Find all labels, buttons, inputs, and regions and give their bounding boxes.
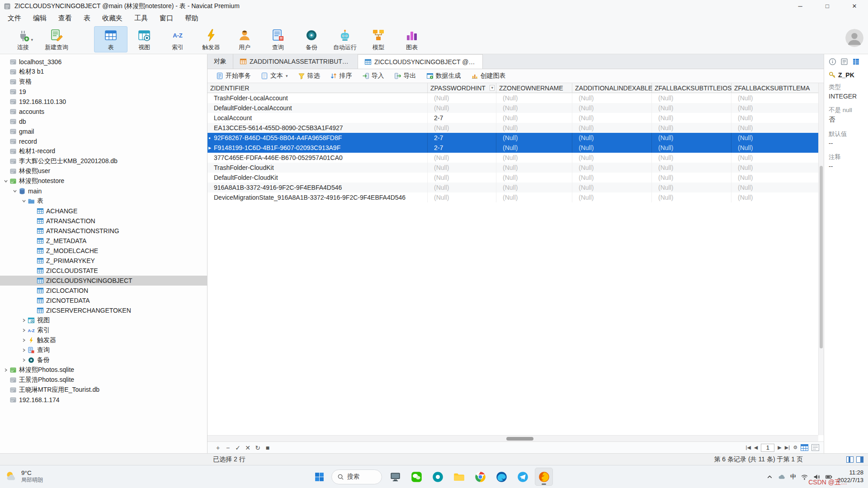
cell[interactable]: (Null) (496, 103, 572, 113)
chevron-right-icon[interactable] (21, 357, 27, 363)
maximize-button[interactable]: □ (814, 0, 841, 12)
grid-panel-icon[interactable] (852, 58, 860, 66)
table-row[interactable]: DefaultFolder-CloudKit(Null)(Null)(Null)… (208, 173, 824, 183)
table-row[interactable]: EA13CCE5-5614-455D-8090-2C5B3A1F4927(Nul… (208, 123, 824, 133)
cell[interactable]: (Null) (572, 123, 652, 133)
cell[interactable]: (Null) (731, 123, 824, 133)
cell[interactable]: (Null) (496, 192, 572, 202)
menu-view[interactable]: 查看 (52, 12, 78, 24)
cell[interactable]: (Null) (496, 133, 572, 143)
cell[interactable]: (Null) (731, 163, 824, 173)
chevron-down-icon[interactable] (12, 188, 18, 194)
gridtoolbar-import-button[interactable]: 导入 (358, 70, 388, 81)
refresh-button[interactable]: ↻ (253, 444, 263, 451)
toolbar-new-query-button[interactable]: 新建查询 (40, 26, 73, 52)
user-avatar[interactable] (845, 29, 863, 47)
cell[interactable]: (Null) (572, 103, 652, 113)
cell[interactable]: DefaultFolder-CloudKit (208, 173, 428, 183)
cell[interactable]: (Null) (731, 143, 824, 153)
chrome-icon[interactable] (471, 468, 489, 486)
tree-item-ZICCLOUDSTATE[interactable]: ZICCLOUDSTATE (0, 266, 207, 276)
cell[interactable]: (Null) (428, 153, 496, 163)
tree-item-localhost_3306[interactable]: localhost_3306 (0, 57, 207, 67)
settings-gear-icon[interactable]: ⚙ (793, 445, 797, 450)
cell[interactable]: (Null) (572, 173, 652, 183)
chevron-right-icon[interactable] (21, 327, 27, 333)
horizontal-scrollbar-thumb[interactable] (506, 437, 533, 441)
cell[interactable]: 2-7 (428, 143, 496, 153)
apply-changes-button[interactable]: ✓ (233, 444, 243, 451)
cell[interactable]: 916A8A1B-3372-4916-9F2C-9F4EBFA4D546 (208, 183, 428, 192)
toolbar-tables-button[interactable]: 表 (94, 26, 127, 52)
cell[interactable]: (Null) (496, 183, 572, 192)
chevron-up-icon[interactable] (766, 473, 774, 481)
chevron-down-icon[interactable] (3, 178, 9, 184)
menu-help[interactable]: 帮助 (179, 12, 204, 24)
cell[interactable]: DefaultFolder-LocalAccount (208, 103, 428, 113)
cell[interactable]: 377C465E-FDFA-446E-B670-052957A01CA0 (208, 153, 428, 163)
tree-item-main[interactable]: main (0, 186, 207, 196)
cell[interactable]: (Null) (652, 192, 731, 202)
folder-icon[interactable] (450, 468, 468, 486)
tree-item-触发器[interactable]: 触发器 (0, 335, 207, 345)
toolbar-query-button[interactable]: 查询 (261, 26, 295, 52)
column-header-ZFALLBACKSUBTITLEMA[interactable]: ZFALLBACKSUBTITLEMA (731, 83, 824, 93)
cell[interactable]: (Null) (731, 113, 824, 123)
cell[interactable]: (Null) (428, 93, 496, 103)
tree-item-ZICCLOUDSYNCINGOBJECT[interactable]: ZICCLOUDSYNCINGOBJECT (0, 276, 207, 286)
cell[interactable]: TrashFolder-CloudKit (208, 163, 428, 173)
tab-zadditionalassetattributes[interactable]: ZADDITIONALASSETATTRIBUTES! ... (233, 54, 358, 69)
tree-item-王晓琳MTR应用E_Tourist.db[interactable]: 王晓琳MTR应用E_Tourist.db (0, 385, 207, 395)
menu-table[interactable]: 表 (78, 12, 96, 24)
gridtoolbar-export-button[interactable]: 导出 (390, 70, 420, 81)
cell[interactable]: (Null) (428, 103, 496, 113)
gridtoolbar-sort-button[interactable]: 排序 (326, 70, 356, 81)
tree-item-gmail[interactable]: gmail (0, 127, 207, 136)
cell[interactable]: (Null) (428, 173, 496, 183)
gridtoolbar-begin-transaction-button[interactable]: 开始事务 (212, 70, 255, 81)
cell[interactable]: (Null) (731, 103, 824, 113)
table-row[interactable]: DefaultFolder-LocalAccount(Null)(Null)(N… (208, 103, 824, 113)
tree-item-ZICLOCATION[interactable]: ZICLOCATION (0, 286, 207, 296)
cell[interactable]: (Null) (731, 173, 824, 183)
cell[interactable]: (Null) (572, 133, 652, 143)
tree-item-林俊熙user[interactable]: 林俊熙user (0, 166, 207, 176)
cell[interactable]: (Null) (496, 173, 572, 183)
firefox-icon[interactable] (535, 468, 553, 486)
chevron-right-icon[interactable] (21, 347, 27, 353)
tab-ziccloudsyncingobject[interactable]: ZICCLOUDSYNCINGOBJECT @main ... (358, 54, 483, 69)
cell[interactable]: (Null) (652, 103, 731, 113)
wifi-icon[interactable] (801, 473, 808, 481)
cell[interactable]: (Null) (428, 163, 496, 173)
cell[interactable]: LocalAccount (208, 113, 428, 123)
cell[interactable]: 2-7 (428, 113, 496, 123)
first-page-button[interactable]: |◀ (746, 445, 751, 450)
page-input[interactable] (761, 444, 774, 452)
cell[interactable]: TrashFolder-LocalAccount (208, 93, 428, 103)
chevron-right-icon[interactable] (21, 337, 27, 343)
taskbar-weather-widget[interactable]: 9°C 局部晴朗 (0, 469, 90, 484)
cell[interactable]: F9148199-1C6D-4B1F-9607-02093C913A9F (208, 143, 428, 153)
cell[interactable]: (Null) (496, 153, 572, 163)
cell[interactable]: (Null) (496, 143, 572, 153)
wechat-icon[interactable] (407, 468, 425, 486)
menu-tools[interactable]: 工具 (128, 12, 154, 24)
toolbar-backup-button[interactable]: 备份 (295, 26, 328, 52)
toolbar-users-button[interactable]: 用户 (228, 26, 261, 52)
gridtoolbar-filter-button[interactable]: 筛选 (294, 70, 324, 81)
menu-file[interactable]: 文件 (2, 12, 27, 24)
cloud-icon[interactable] (778, 473, 786, 481)
tree-item-Z_METADATA[interactable]: Z_METADATA (0, 236, 207, 246)
column-header-ZIDENTIFIER[interactable]: ZIDENTIFIER (208, 83, 428, 93)
gridtoolbar-data-generation-button[interactable]: 数据生成 (422, 70, 465, 81)
toolbar-automation-button[interactable]: 自动运行 (328, 26, 362, 52)
table-row[interactable]: ●92F68267-B46D-4D55-8B04-A4FA9658FD8F2-7… (208, 133, 824, 143)
cell[interactable]: (Null) (572, 113, 652, 123)
prev-page-button[interactable]: ◀ (754, 445, 758, 450)
chevron-right-icon[interactable] (3, 367, 9, 373)
tree-item-林浚熙notestore[interactable]: 林浚熙notestore (0, 176, 207, 186)
toggle-right-pane-icon[interactable] (856, 456, 863, 463)
last-page-button[interactable]: ▶| (785, 445, 790, 450)
cell[interactable]: (Null) (652, 113, 731, 123)
tree-item-李大辉公交巴士KMB_20201208.db[interactable]: 李大辉公交巴士KMB_20201208.db (0, 156, 207, 166)
